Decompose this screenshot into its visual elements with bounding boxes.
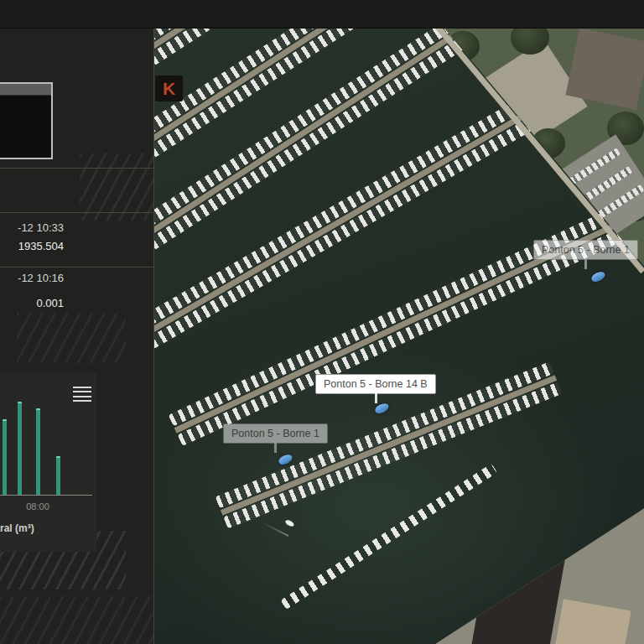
reading-block: -12 10:33 1935.504 [0, 219, 64, 256]
map-control-k-label: K [163, 79, 175, 99]
quay [431, 506, 644, 644]
background-ghost [0, 596, 153, 644]
berth-label[interactable]: Ponton 5 - Borne 1 [533, 240, 638, 260]
chart-bar [18, 402, 22, 495]
preview-window[interactable] [0, 82, 53, 159]
divider [0, 212, 153, 213]
chart-bar [3, 419, 7, 495]
top-bar [0, 0, 644, 29]
satellite-map[interactable]: K Ponton 5 - Borne 1 Ponton 5 - Borne 14… [154, 28, 644, 644]
chart-bars [0, 402, 94, 495]
divider [0, 267, 153, 267]
boat-wake [262, 522, 289, 537]
building-roof [554, 599, 631, 644]
chart-x-axis [0, 495, 92, 496]
reading-block: -12 10:16 0.001 [0, 269, 64, 313]
berth-label[interactable]: Ponton 5 - Borne 14 B [315, 374, 436, 394]
sidebar: -12 10:33 1935.504 -12 10:16 0.001 08:00… [0, 28, 154, 644]
berth-marker-icon[interactable] [374, 402, 391, 416]
building-roof [470, 540, 566, 644]
moving-boat [284, 519, 295, 528]
background-ghost [80, 153, 153, 221]
building-roof [565, 28, 644, 110]
reading-value: 1935.504 [0, 237, 64, 256]
divider [0, 168, 153, 169]
chart-bar [56, 456, 60, 495]
reading-timestamp: -12 10:16 [0, 269, 64, 288]
chart-bar [36, 408, 40, 495]
background-ghost [17, 313, 126, 363]
chart-panel: 08:00 ral (m³) [0, 371, 96, 552]
preview-window-titlebar [0, 84, 51, 96]
map-control-k[interactable]: K [155, 75, 183, 101]
reading-timestamp: -12 10:33 [0, 219, 64, 237]
berth-marker-icon[interactable] [590, 270, 607, 284]
chart-x-tick-label: 08:00 [0, 501, 75, 512]
chart-legend[interactable]: ral (m³) [0, 522, 34, 534]
berth-label[interactable]: Ponton 5 - Borne 1 [223, 423, 328, 444]
pier [168, 201, 639, 446]
reading-value: 0.001 [0, 294, 64, 313]
chart-menu-icon[interactable] [73, 387, 91, 402]
